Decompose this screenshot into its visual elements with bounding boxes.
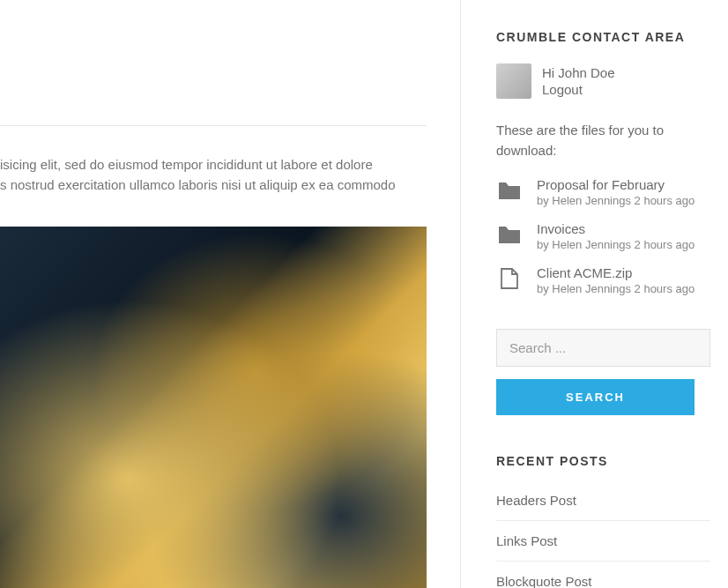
contact-widget-title: CRUMBLE CONTACT AREA bbox=[496, 30, 710, 44]
post-link[interactable]: Links Post bbox=[496, 521, 710, 562]
article-line-1: isicing elit, sed do eiusmod tempor inci… bbox=[0, 157, 373, 172]
sidebar: CRUMBLE CONTACT AREA Hi John Doe Logout … bbox=[460, 0, 728, 588]
search-button[interactable]: SEARCH bbox=[496, 379, 695, 415]
main-content: isicing elit, sed do eiusmod tempor inci… bbox=[0, 0, 460, 588]
file-icon bbox=[496, 267, 523, 290]
folder-icon bbox=[496, 223, 523, 246]
logout-link[interactable]: Logout bbox=[542, 82, 615, 97]
file-meta: by Helen Jennings 2 hours ago bbox=[537, 282, 695, 295]
article-image bbox=[0, 227, 427, 588]
article-excerpt: isicing elit, sed do eiusmod tempor inci… bbox=[0, 154, 427, 196]
recent-posts-title: RECENT POSTS bbox=[496, 454, 710, 468]
file-name: Invoices bbox=[537, 221, 695, 236]
user-row: Hi John Doe Logout bbox=[496, 63, 710, 99]
file-item[interactable]: Proposal for February by Helen Jennings … bbox=[496, 177, 710, 207]
post-link[interactable]: Blockquote Post bbox=[496, 562, 710, 589]
user-info: Hi John Doe Logout bbox=[542, 63, 615, 99]
avatar bbox=[496, 63, 531, 99]
file-item[interactable]: Client ACME.zip by Helen Jennings 2 hour… bbox=[496, 265, 710, 295]
section-divider bbox=[0, 125, 427, 126]
folder-icon bbox=[496, 179, 523, 202]
hexagon-pattern bbox=[0, 227, 427, 588]
file-name: Client ACME.zip bbox=[537, 265, 695, 280]
file-list: Proposal for February by Helen Jennings … bbox=[496, 177, 710, 295]
file-info: Proposal for February by Helen Jennings … bbox=[537, 177, 695, 207]
files-intro: These are the files for you to download: bbox=[496, 120, 710, 161]
recent-posts-list: Headers Post Links Post Blockquote Post bbox=[496, 488, 710, 589]
file-meta: by Helen Jennings 2 hours ago bbox=[537, 194, 695, 207]
file-name: Proposal for February bbox=[537, 177, 695, 192]
file-info: Invoices by Helen Jennings 2 hours ago bbox=[537, 221, 695, 251]
post-link[interactable]: Headers Post bbox=[496, 488, 710, 521]
search-input[interactable] bbox=[496, 329, 710, 367]
file-item[interactable]: Invoices by Helen Jennings 2 hours ago bbox=[496, 221, 710, 251]
file-meta: by Helen Jennings 2 hours ago bbox=[537, 238, 695, 251]
file-info: Client ACME.zip by Helen Jennings 2 hour… bbox=[537, 265, 695, 295]
greeting: Hi John Doe bbox=[542, 65, 615, 80]
article-line-2: s nostrud exercitation ullamco laboris n… bbox=[0, 177, 396, 192]
